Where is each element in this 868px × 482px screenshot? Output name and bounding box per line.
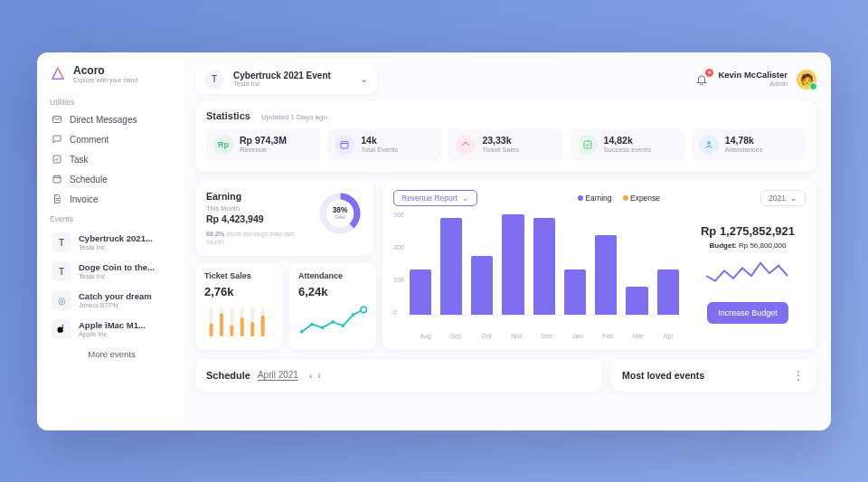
brand-name: Acoro — [73, 65, 137, 77]
increase-budget-button[interactable]: Increase Budget — [707, 302, 788, 324]
nav-label: Comment — [70, 135, 108, 145]
earning-subtitle: This Month — [206, 204, 310, 213]
nav-label: Task — [70, 155, 89, 165]
schedule-month[interactable]: April 2021 — [258, 370, 298, 381]
nav-schedule[interactable]: Schedule — [50, 169, 174, 189]
event-subtitle: Tesla Inc — [233, 80, 331, 88]
stats-title: Statistics — [206, 110, 250, 121]
bar — [626, 287, 647, 314]
stat-value: 23,33k — [482, 135, 519, 146]
attendance-title: Attendance — [298, 271, 367, 280]
stats-updated: Updated 1 Days ago — [261, 113, 327, 121]
stat-icon — [699, 135, 719, 155]
bar — [410, 269, 431, 314]
stat-evt: 14kTotal Events — [327, 128, 441, 161]
svg-text:Sales: Sales — [335, 214, 346, 219]
event-item[interactable]: TDoge Coin to the...Tesla Inc — [50, 257, 174, 286]
avatar[interactable]: 🧑 — [797, 70, 816, 90]
report-card: Revenue Report⌄ Earning Expense 2021 ⌄ 3… — [382, 181, 816, 351]
bar — [564, 269, 586, 314]
topbar: T Cybertruck 2021 Event Tesla Inc ⌄ 4 Ke… — [195, 65, 816, 94]
event-item[interactable]: Apple iMac M1...Apple Inc — [50, 315, 174, 344]
nav-task[interactable]: Task — [50, 149, 174, 169]
tesla-icon: T — [52, 232, 71, 252]
event-item[interactable]: TCybertruck 2021...Tesla Inc — [50, 228, 174, 257]
bar — [657, 269, 679, 314]
attendance-card: Attendance 6,24k — [289, 263, 376, 350]
mail-icon — [52, 114, 62, 125]
earning-card: Earning This Month Rp 4,423,949 68.2% mo… — [195, 181, 373, 257]
nav-label: Schedule — [70, 175, 108, 184]
stat-suc: 14,82kSuccess events — [571, 128, 684, 161]
legend-earning-dot — [578, 195, 583, 201]
nav-label: Invoice — [70, 194, 99, 204]
report-amount: Rp 1,275,852,921 — [701, 224, 795, 238]
earning-note: 68.2% more earnings than last month. — [206, 230, 310, 247]
sidebar-section-utilities: Utilities — [50, 98, 174, 107]
svg-point-5 — [707, 141, 710, 144]
schedule-icon — [52, 174, 62, 184]
bar — [595, 235, 617, 314]
invoice-icon — [52, 194, 62, 204]
stat-label: Success events — [604, 146, 652, 154]
svg-rect-3 — [341, 141, 348, 148]
nav-comment[interactable]: Comment — [50, 129, 174, 149]
event-subtitle: Jenius BTPN — [79, 301, 152, 309]
svg-point-25 — [331, 320, 335, 324]
report-legend: Earning Expense — [578, 194, 660, 203]
notification-badge: 4 — [705, 69, 713, 77]
earning-title: Earning — [206, 191, 310, 202]
event-selector[interactable]: T Cybertruck 2021 Event Tesla Inc ⌄ — [195, 65, 377, 94]
nav-invoice[interactable]: Invoice — [50, 189, 174, 209]
event-title: Catch your dream — [79, 291, 152, 301]
brand: Acoro Explore with your hand — [50, 65, 174, 84]
svg-rect-2 — [53, 176, 61, 184]
budget-sparkline — [703, 257, 793, 293]
event-subtitle: Apple Inc — [79, 330, 146, 338]
stat-icon — [335, 135, 354, 155]
tesla-icon: T — [52, 261, 71, 281]
stat-label: Ticket Sales — [482, 146, 519, 154]
more-options-button[interactable]: ⋮ — [792, 368, 806, 383]
events-list: TCybertruck 2021...Tesla IncTDoge Coin t… — [50, 228, 174, 344]
bar — [533, 218, 555, 314]
event-item[interactable]: ◎Catch your dreamJenius BTPN — [50, 286, 174, 315]
nav-mail[interactable]: Direct Messages — [50, 109, 174, 129]
notifications-button[interactable]: 4 — [694, 72, 709, 87]
main: T Cybertruck 2021 Event Tesla Inc ⌄ 4 Ke… — [184, 52, 831, 430]
stats-card: Statistics Updated 1 Days ago RpRp 974,3… — [195, 101, 816, 172]
next-month-button[interactable]: › — [317, 371, 320, 381]
bar — [471, 256, 493, 315]
event-title: Doge Coin to the... — [79, 262, 155, 272]
event-title: Cybertruck 2021... — [79, 233, 153, 243]
report-bar-chart — [406, 212, 679, 316]
stat-value: 14k — [361, 135, 398, 146]
report-type-selector[interactable]: Revenue Report⌄ — [393, 190, 477, 206]
x-axis: AugSepOctNovDecJanFebMarApr — [393, 333, 679, 339]
svg-point-29 — [361, 307, 367, 313]
svg-rect-19 — [250, 322, 254, 336]
stat-label: Total Events — [361, 146, 398, 154]
comment-icon — [52, 134, 62, 145]
stat-rev: RpRp 974,3MRevenue — [206, 128, 320, 161]
more-events-link[interactable]: More events — [50, 344, 174, 364]
ticket-sales-card: Ticket Sales 2,76k — [195, 263, 282, 350]
svg-rect-21 — [261, 316, 265, 336]
schedule-title: Schedule — [206, 370, 250, 381]
svg-rect-4 — [584, 141, 591, 148]
chevron-down-icon: ⌄ — [790, 194, 797, 203]
bar — [502, 214, 524, 314]
event-title: Apple iMac M1... — [79, 320, 146, 330]
stats-row: RpRp 974,3MRevenue14kTotal Events23,33kT… — [206, 128, 806, 161]
year-selector[interactable]: 2021 ⌄ — [760, 190, 806, 206]
bar — [440, 218, 462, 314]
stat-value: Rp 974,3M — [240, 135, 287, 146]
svg-point-27 — [352, 313, 355, 317]
prev-month-button[interactable]: ‹ — [309, 371, 312, 381]
event-subtitle: Tesla Inc — [79, 243, 153, 251]
sidebar-section-events: Events — [50, 214, 174, 223]
jenius-icon: ◎ — [52, 290, 71, 310]
user-name: Kevin McCalister — [718, 71, 788, 80]
brand-logo-icon — [50, 66, 66, 82]
svg-rect-11 — [210, 324, 213, 337]
